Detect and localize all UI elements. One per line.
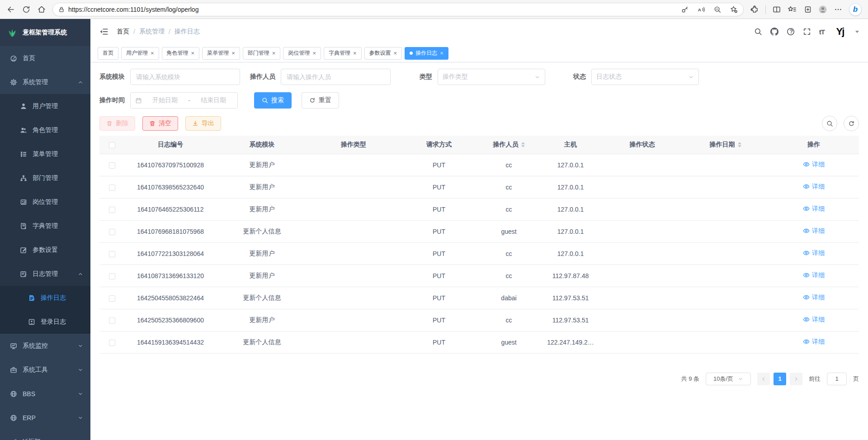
page-size-select[interactable]: 10条/页 [706, 373, 751, 385]
sidebar-item[interactable]: 角色管理 [0, 118, 90, 142]
detail-link[interactable]: 详细 [803, 338, 825, 346]
detail-link[interactable]: 详细 [803, 316, 825, 324]
browser-home-icon[interactable] [37, 5, 46, 14]
read-aloud-icon[interactable]: A [697, 5, 705, 14]
column-header[interactable]: 操作日期 [682, 136, 769, 154]
sidebar-item[interactable]: 系统管理 [0, 70, 90, 94]
row-checkbox[interactable] [109, 207, 115, 213]
prev-page-button[interactable] [757, 373, 770, 385]
browser-back-icon[interactable] [6, 5, 15, 14]
select-all-checkbox[interactable] [109, 142, 115, 148]
sidebar-item[interactable]: 系统监控 [0, 334, 90, 358]
url-text[interactable]: https://ccnetcore.com:1101/system/log/op… [68, 6, 673, 13]
add-favorite-icon[interactable] [730, 5, 738, 14]
detail-link[interactable]: 详细 [803, 161, 825, 169]
sidebar-item[interactable]: 岗位管理 [0, 190, 90, 214]
row-checkbox[interactable] [109, 273, 115, 279]
end-date-placeholder[interactable]: 结束日期 [194, 96, 233, 104]
tab[interactable]: 角色管理× [162, 47, 200, 60]
search-button[interactable]: 搜索 [254, 92, 292, 109]
detail-link[interactable]: 详细 [803, 205, 825, 213]
row-checkbox[interactable] [109, 295, 115, 302]
close-tab-icon[interactable]: × [231, 50, 235, 56]
sidebar-item[interactable]: BBS [0, 382, 90, 406]
row-checkbox[interactable] [109, 340, 115, 346]
detail-link[interactable]: 详细 [803, 227, 825, 235]
goto-page-input[interactable] [827, 373, 847, 385]
module-filter-input[interactable] [130, 69, 240, 85]
reset-button[interactable]: 重置 [302, 92, 339, 109]
tab[interactable]: 岗位管理× [283, 47, 321, 60]
bing-sidebar-icon[interactable]: b [849, 3, 862, 16]
sidebar-item[interactable]: 操作日志 [0, 286, 90, 310]
date-range-input[interactable]: 开始日期 - 结束日期 [130, 92, 238, 109]
extensions-icon[interactable] [750, 5, 759, 14]
zoom-out-icon[interactable] [713, 5, 722, 14]
close-tab-icon[interactable]: × [353, 50, 357, 56]
browser-profile-icon[interactable] [818, 5, 827, 14]
detail-link[interactable]: 详细 [803, 293, 825, 302]
breadcrumb-home[interactable]: 首页 [117, 28, 129, 36]
close-tab-icon[interactable]: × [151, 50, 154, 56]
row-checkbox[interactable] [109, 229, 115, 235]
detail-link[interactable]: 详细 [803, 249, 825, 257]
tab[interactable]: 操作日志× [405, 47, 448, 60]
sidebar-item[interactable]: 部门管理 [0, 166, 90, 190]
tab[interactable]: 菜单管理× [202, 47, 240, 60]
row-checkbox[interactable] [109, 185, 115, 191]
close-tab-icon[interactable]: × [272, 50, 276, 56]
row-checkbox[interactable] [109, 162, 115, 169]
close-tab-icon[interactable]: × [191, 50, 195, 56]
tab[interactable]: 首页 [98, 47, 118, 60]
sidebar-item[interactable]: 字典管理 [0, 214, 90, 238]
refresh-table-button[interactable] [844, 116, 859, 131]
detail-link[interactable]: 详细 [803, 271, 825, 279]
favorites-icon[interactable] [788, 5, 797, 14]
browser-menu-icon[interactable] [834, 5, 843, 14]
export-button[interactable]: 导出 [185, 116, 221, 131]
sort-carets-icon[interactable] [521, 142, 525, 147]
sidebar-item[interactable]: ERP [0, 406, 90, 430]
browser-refresh-icon[interactable] [22, 5, 31, 14]
sort-carets-icon[interactable] [738, 142, 741, 147]
password-key-icon[interactable] [681, 5, 689, 14]
page-number-button[interactable]: 1 [774, 373, 786, 385]
font-size-icon[interactable]: tT [819, 28, 825, 36]
sidebar-item[interactable]: 系统工具 [0, 358, 90, 382]
fullscreen-icon[interactable] [803, 28, 811, 36]
user-avatar[interactable]: Yj [833, 24, 847, 39]
sidebar-item[interactable]: 菜单管理 [0, 142, 90, 166]
close-tab-icon[interactable]: × [394, 50, 397, 56]
address-bar[interactable]: https://ccnetcore.com:1101/system/log/op… [52, 3, 744, 16]
type-filter-select[interactable]: 操作类型 [438, 69, 545, 85]
column-header[interactable]: 操作人员 [479, 136, 539, 154]
tab[interactable]: 字典管理× [324, 47, 362, 60]
sidebar-item[interactable]: 日志管理 [0, 262, 90, 286]
app-logo[interactable]: 意框架管理系统 [0, 19, 90, 46]
row-checkbox[interactable] [109, 317, 115, 324]
user-menu-caret-icon[interactable] [855, 31, 859, 33]
help-icon[interactable]: ? [787, 28, 795, 36]
close-tab-icon[interactable]: × [312, 50, 316, 56]
detail-link[interactable]: 详细 [803, 183, 825, 191]
next-page-button[interactable] [790, 373, 802, 385]
header-search-icon[interactable] [754, 28, 762, 36]
close-tab-icon[interactable]: × [440, 50, 443, 56]
delete-button[interactable]: 删除 [99, 116, 135, 131]
collections-icon[interactable] [803, 5, 812, 14]
operator-filter-input[interactable] [281, 69, 391, 85]
sidebar-item[interactable]: 首页 [0, 46, 90, 70]
status-filter-select[interactable]: 日志状态 [591, 69, 699, 85]
sidebar-item[interactable]: 登录日志 [0, 310, 90, 334]
toggle-search-button[interactable] [822, 116, 837, 131]
tab[interactable]: 部门管理× [243, 47, 281, 60]
tab[interactable]: 用户管理× [121, 47, 159, 60]
sidebar-item[interactable]: 用户管理 [0, 94, 90, 118]
row-checkbox[interactable] [109, 251, 115, 257]
github-icon[interactable] [770, 28, 778, 36]
sidebar-item[interactable]: Yi框架 [0, 430, 90, 440]
tab[interactable]: 参数设置× [364, 47, 402, 60]
clear-button[interactable]: 清空 [142, 116, 178, 131]
start-date-placeholder[interactable]: 开始日期 [146, 96, 184, 104]
split-screen-icon[interactable] [772, 5, 781, 14]
